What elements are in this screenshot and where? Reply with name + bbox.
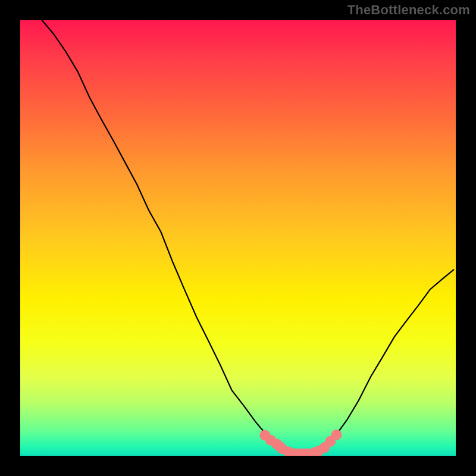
bottleneck-curve [42,20,454,453]
plot-area [20,20,456,456]
watermark-text: TheBottleneck.com [347,2,470,18]
highlight-dots-group [259,430,342,456]
highlight-dot [331,430,342,440]
chart-svg [20,20,456,456]
chart-frame: TheBottleneck.com [0,0,476,476]
